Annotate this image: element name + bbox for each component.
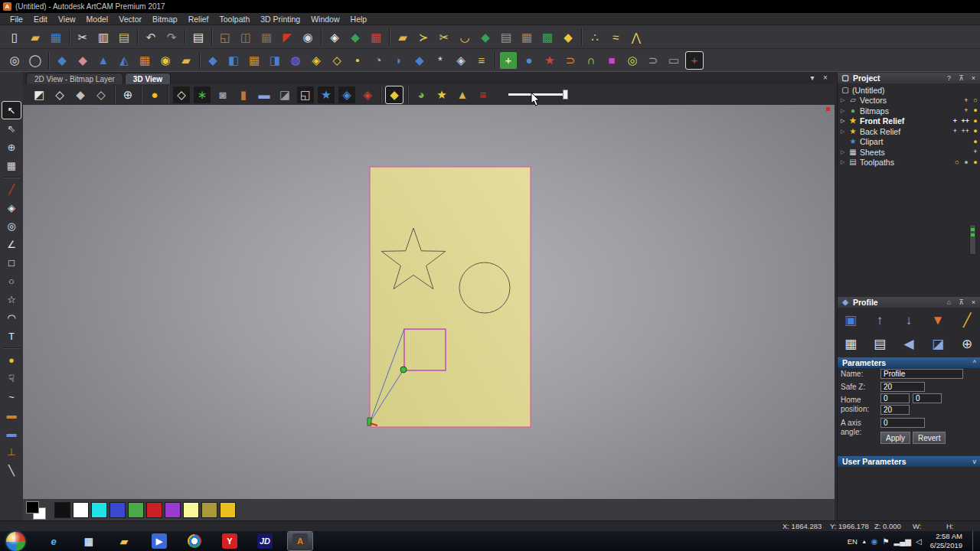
hidden-icons-button[interactable]: ▴ bbox=[863, 538, 866, 545]
colour-swatch-7[interactable] bbox=[183, 502, 199, 518]
chisel-icon[interactable]: ▬ bbox=[2, 406, 21, 423]
add-layers-badge[interactable]: ++ bbox=[961, 128, 969, 135]
flatten-relief-icon[interactable]: ◆ bbox=[411, 52, 428, 69]
add-badge[interactable]: + bbox=[963, 107, 969, 114]
draw-plane-icon[interactable]: ◇ bbox=[173, 86, 190, 103]
shapes-view-icon[interactable]: ◕ bbox=[413, 86, 430, 103]
cut-icon[interactable]: ✂ bbox=[74, 28, 91, 45]
add-badge[interactable]: + bbox=[952, 118, 958, 125]
tree-item-front-relief[interactable]: ▷★Front Relief+++● bbox=[838, 116, 980, 127]
tree-scrollbar[interactable] bbox=[969, 224, 976, 255]
apply-button[interactable]: Apply bbox=[880, 432, 910, 444]
home-x-field[interactable] bbox=[880, 393, 910, 403]
model-canvas[interactable] bbox=[23, 105, 835, 499]
smudge-icon[interactable]: ☟ bbox=[2, 370, 21, 386]
calculate-icon[interactable]: ▦ bbox=[841, 334, 861, 354]
eraser-icon[interactable]: ▬ bbox=[2, 425, 21, 442]
light-settings-icon[interactable]: ◉ bbox=[299, 28, 316, 45]
menu-model[interactable]: Model bbox=[81, 14, 114, 24]
open-file-icon[interactable]: ▰ bbox=[27, 28, 44, 45]
create-polyline-icon[interactable]: ∠ bbox=[2, 236, 21, 253]
pin-icon[interactable]: ⊼ bbox=[957, 298, 965, 307]
show-desktop-button[interactable] bbox=[972, 531, 978, 551]
rotate-axis-icon[interactable]: ⊕ bbox=[957, 334, 977, 354]
tree-item-toolpaths[interactable]: ▷▤Toolpaths○●● bbox=[838, 158, 980, 168]
fillet-icon[interactable]: ◡ bbox=[456, 28, 473, 45]
slider-handle[interactable] bbox=[563, 90, 568, 99]
vector-doctor-icon[interactable]: ◆ bbox=[347, 28, 364, 45]
expander-icon[interactable]: ▷ bbox=[841, 108, 846, 114]
menu-3d-printing[interactable]: 3D Printing bbox=[255, 14, 305, 24]
parameters-section-header[interactable]: Parameters ^ bbox=[838, 357, 980, 368]
colour-picker-icon[interactable]: ◈ bbox=[326, 28, 343, 45]
home-z-field[interactable] bbox=[880, 405, 910, 415]
transform-vectors-icon[interactable]: ⊕ bbox=[2, 139, 21, 155]
merge-shapes-icon[interactable]: ◎ bbox=[624, 52, 641, 69]
media-player-icon[interactable]: ▶ bbox=[147, 532, 172, 550]
security-icon[interactable]: ◉ bbox=[871, 537, 878, 546]
texture-star-icon[interactable]: ★ bbox=[541, 52, 558, 69]
revert-button[interactable]: Revert bbox=[913, 432, 946, 444]
home-y-field[interactable] bbox=[913, 393, 942, 403]
bulb-off-badge[interactable]: ○ bbox=[972, 97, 978, 104]
tree-item-clipart[interactable]: ★Clipart● bbox=[838, 137, 980, 148]
bulb-on-badge[interactable]: ● bbox=[972, 118, 978, 125]
toolpath-sim-icon[interactable]: ◈ bbox=[359, 86, 376, 103]
pyramid-layers-icon[interactable]: ▲ bbox=[454, 86, 471, 103]
copy-view-icon[interactable]: ◱ bbox=[297, 86, 314, 103]
artcam-app-icon[interactable]: A bbox=[288, 532, 312, 550]
create-text-icon[interactable]: T bbox=[2, 328, 21, 344]
chrome-icon[interactable] bbox=[182, 532, 207, 550]
delete-profile-icon[interactable]: ▼ bbox=[928, 310, 948, 330]
name-field[interactable] bbox=[880, 369, 963, 379]
network-icon[interactable]: ▂▄▆ bbox=[894, 537, 911, 546]
action-center-flag-icon[interactable]: ⚑ bbox=[883, 537, 890, 546]
tree-item-back-relief[interactable]: ▷★Back Relief+++● bbox=[838, 126, 980, 137]
clipart-library-icon[interactable]: ▰ bbox=[394, 28, 411, 45]
colour-swatch-9[interactable] bbox=[220, 502, 236, 518]
expander-icon[interactable]: ▷ bbox=[841, 97, 846, 103]
pin-icon[interactable]: ⊼ bbox=[957, 74, 965, 83]
paint-selective-icon[interactable]: ◈ bbox=[2, 199, 21, 216]
add-badge[interactable]: + bbox=[963, 97, 969, 104]
toolbar-menu-icon[interactable]: ▾ bbox=[807, 73, 818, 83]
node-editing-icon[interactable]: ⇖ bbox=[2, 120, 21, 137]
paint-icon[interactable]: ╱ bbox=[2, 181, 21, 197]
raise-relief-icon[interactable]: ◨ bbox=[266, 52, 283, 69]
colour-swatch-2[interactable] bbox=[91, 502, 107, 518]
toggle-light-icon[interactable]: ● bbox=[146, 86, 163, 103]
node-spacing-icon[interactable]: ≈ bbox=[607, 28, 624, 45]
toolbar-close-icon[interactable]: × bbox=[820, 73, 831, 83]
clone-stamp-icon[interactable]: ⊥ bbox=[2, 443, 21, 460]
relief-shape-icon[interactable]: ◆ bbox=[54, 52, 70, 69]
create-nodes-icon[interactable]: ∴ bbox=[586, 28, 603, 45]
add-peaks-icon[interactable]: ◭ bbox=[116, 52, 132, 69]
colour-swatch-4[interactable] bbox=[128, 502, 144, 518]
save-profile-icon[interactable]: ▣ bbox=[841, 310, 861, 330]
move-up-icon[interactable]: ↑ bbox=[870, 310, 890, 330]
select-vectors-icon[interactable]: ↖ bbox=[2, 102, 21, 119]
colour-swatch-3[interactable] bbox=[109, 502, 126, 518]
paste-icon[interactable]: ▤ bbox=[116, 28, 132, 45]
origin-axes-icon[interactable]: ∗ bbox=[194, 86, 211, 103]
jd-icon[interactable]: JD bbox=[253, 532, 277, 550]
edit-profile-icon[interactable]: ╱ bbox=[957, 310, 977, 330]
move-down-icon[interactable]: ↓ bbox=[899, 310, 919, 330]
tab-2d-view-bitmap-layer[interactable]: 2D View - Bitmap Layer bbox=[26, 73, 123, 84]
bulb-on-badge[interactable]: ● bbox=[972, 139, 978, 145]
menu-window[interactable]: Window bbox=[305, 14, 345, 24]
menu-edit[interactable]: Edit bbox=[28, 14, 53, 24]
polyline-node[interactable] bbox=[400, 367, 407, 373]
menu-toolpath[interactable]: Toolpath bbox=[214, 14, 256, 24]
mirror-layer-icon[interactable]: ◫ bbox=[237, 28, 254, 45]
collapse-icon[interactable]: ^ bbox=[973, 359, 976, 367]
primary-colour[interactable] bbox=[26, 501, 39, 514]
notes-icon[interactable]: ▤ bbox=[190, 28, 207, 45]
safe-z-field[interactable] bbox=[880, 382, 925, 392]
relief-clipart-icon[interactable]: ▰ bbox=[178, 52, 194, 69]
colour-swatch-1[interactable] bbox=[73, 502, 89, 518]
relief-ring-icon[interactable]: ◇ bbox=[328, 52, 345, 69]
origin-node[interactable] bbox=[368, 418, 371, 425]
create-circle-icon[interactable]: ○ bbox=[2, 272, 21, 289]
vector-distort-icon[interactable]: ▦ bbox=[2, 157, 21, 174]
